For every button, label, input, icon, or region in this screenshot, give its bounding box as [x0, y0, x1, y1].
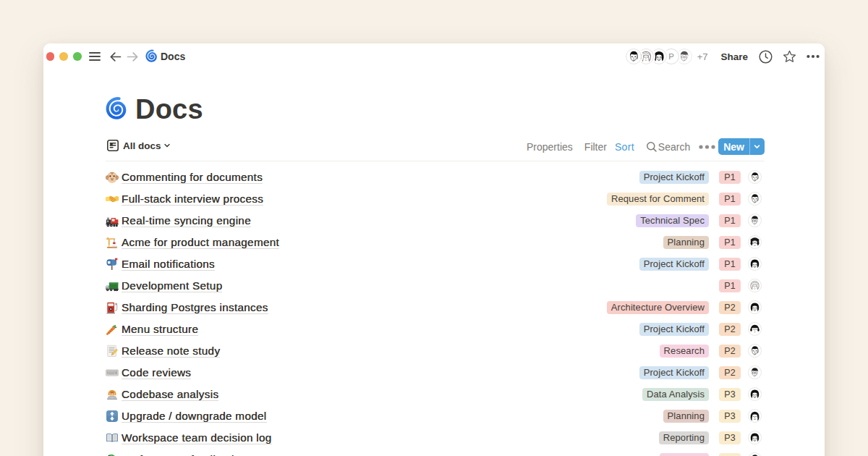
svg-text:P: P [668, 52, 674, 61]
